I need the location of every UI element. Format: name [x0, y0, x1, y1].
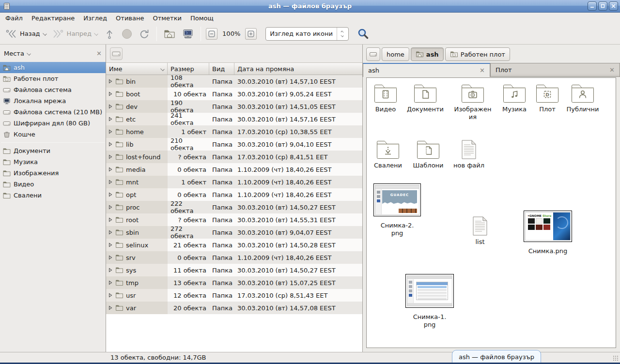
path-button-ash[interactable]: ash: [411, 47, 444, 61]
table-row-opt[interactable]: opt 0 обекта Папка 1.10.2009 (чт) 18,40,…: [106, 188, 362, 201]
sidebar-item-videos[interactable]: Видео: [0, 179, 106, 190]
table-row-lost+found[interactable]: lost+found ? обекта Папка 17.03.2010 (ср…: [106, 151, 362, 163]
zoom-in-button[interactable]: [245, 28, 257, 40]
tab-close-icon[interactable]: ✕: [480, 67, 485, 74]
sidebar-item-music[interactable]: Музика: [0, 156, 106, 167]
path-button-root[interactable]: [366, 47, 380, 61]
sidebar-item-documents[interactable]: Документи: [0, 145, 106, 156]
close-button[interactable]: [609, 1, 618, 11]
expander-icon[interactable]: [108, 180, 113, 184]
icon-item-new-file[interactable]: нов файл: [450, 140, 488, 169]
expander-icon[interactable]: [108, 129, 113, 134]
sidebar-item-filesystem-210[interactable]: Файлова система (210 MB): [0, 106, 106, 118]
resize-grip[interactable]: [613, 355, 619, 361]
expander-icon[interactable]: [108, 167, 113, 172]
table-row-bin[interactable]: bin 108 обекта Папка 30.03.2010 (вт) 14,…: [106, 75, 362, 88]
sidebar-item-desktop[interactable]: Работен плот: [0, 73, 106, 84]
title-bar[interactable]: ash — файлов браузър: [0, 0, 620, 13]
table-row-lib[interactable]: lib 210 обекта Папка 30.03.2010 (вт) 9,0…: [106, 138, 362, 151]
menu-go[interactable]: Отиване: [111, 14, 148, 23]
reload-button[interactable]: [136, 26, 153, 42]
expander-icon[interactable]: [108, 79, 113, 84]
computer-button[interactable]: [179, 26, 197, 42]
table-row-sbin[interactable]: sbin 272 обекта Папка 30.03.2010 (вт) 9,…: [106, 226, 362, 239]
up-button[interactable]: [101, 26, 118, 42]
expander-icon[interactable]: [108, 230, 113, 235]
expander-icon[interactable]: [108, 255, 113, 260]
root-location-button[interactable]: [110, 47, 123, 60]
expander-icon[interactable]: [108, 192, 113, 197]
zoom-out-button[interactable]: [206, 28, 217, 40]
menu-file[interactable]: Файл: [1, 14, 27, 23]
tab-plot[interactable]: Плот ✕: [490, 63, 620, 76]
sidebar-item-downloads[interactable]: Свалени: [0, 190, 106, 201]
table-row-tmp[interactable]: tmp 13 обекта Папка 30.03.2010 (вт) 15,0…: [106, 276, 362, 289]
expander-icon[interactable]: [108, 280, 113, 285]
table-row-srv[interactable]: srv 0 обекта Папка 1.10.2009 (чт) 18,40,…: [106, 251, 362, 264]
expander-icon[interactable]: [108, 91, 113, 96]
expander-icon[interactable]: [108, 142, 113, 147]
sidebar-item-trash[interactable]: Кошче: [0, 129, 106, 140]
sidebar-item-encrypted-80[interactable]: Шифриран дял (80 GB): [0, 118, 106, 129]
menu-edit[interactable]: Редактиране: [27, 14, 79, 23]
column-header-size[interactable]: Размер: [168, 63, 209, 75]
table-row-proc[interactable]: proc 222 обекта Папка 30.03.2010 (вт) 14…: [106, 201, 362, 213]
tab-close-icon[interactable]: ✕: [609, 66, 615, 74]
icon-view[interactable]: Видео Документи Изображен ия Музика Плот…: [366, 77, 616, 348]
table-row-mnt[interactable]: mnt 1 обект Папка 1.10.2009 (чт) 18,40,2…: [106, 176, 362, 188]
path-button-desktop[interactable]: Работен плот: [445, 47, 510, 61]
sidebar-item-pictures[interactable]: Изображения: [0, 167, 106, 179]
expander-icon[interactable]: [108, 268, 113, 273]
expander-icon[interactable]: [108, 117, 113, 121]
table-row-var[interactable]: var 20 обекта Папка 30.03.2010 (вт) 14,5…: [106, 302, 362, 314]
column-header-type[interactable]: Вид: [209, 63, 234, 75]
icon-item-snimka-2[interactable]: GUADEC Снимка-2. png: [372, 183, 422, 237]
table-row-sys[interactable]: sys 11 обекта Папка 30.03.2010 (вт) 14,5…: [106, 264, 362, 276]
menu-help[interactable]: Помощ: [186, 14, 218, 23]
expander-icon[interactable]: [108, 243, 113, 247]
table-row-home[interactable]: home 1 обект Папка 17.03.2010 (ср) 10,38…: [106, 125, 362, 138]
table-row-root[interactable]: root ? обекта Папка 30.03.2010 (вт) 14,5…: [106, 213, 362, 226]
expander-icon[interactable]: [108, 205, 113, 210]
icon-item-pictures[interactable]: Изображен ия: [450, 84, 496, 121]
back-dropdown-icon[interactable]: [43, 31, 47, 36]
column-header-name[interactable]: Име: [106, 63, 168, 75]
icon-item-templates[interactable]: Шаблони: [405, 140, 451, 169]
maximize-button[interactable]: [598, 1, 607, 11]
minimize-button[interactable]: [588, 1, 597, 11]
view-mode-select[interactable]: Изглед като икони: [265, 27, 349, 41]
icon-item-list[interactable]: list: [461, 216, 499, 246]
menu-view[interactable]: Изглед: [79, 14, 111, 23]
table-row-media[interactable]: media 0 обекта Папка 1.10.2009 (чт) 18,4…: [106, 163, 362, 176]
table-row-boot[interactable]: boot 10 обекта Папка 30.03.2010 (вт) 9,0…: [106, 88, 362, 100]
sidebar-item-filesystem[interactable]: Файлова система: [0, 84, 106, 95]
menu-bookmarks[interactable]: Отметки: [148, 14, 186, 23]
places-header-chevron-icon[interactable]: [27, 51, 31, 56]
sidebar-item-network[interactable]: Локална мрежа: [0, 95, 106, 106]
icon-item-snimka-1[interactable]: Снимка-1. png: [404, 274, 455, 328]
search-button[interactable]: [355, 26, 372, 42]
expander-icon[interactable]: [108, 305, 113, 310]
sidebar-close-icon[interactable]: ✕: [96, 50, 102, 57]
places-header-select[interactable]: Места: [4, 50, 24, 57]
icon-item-snimka[interactable]: •GNOME Store Снимка.png: [522, 211, 574, 255]
icon-item-documents[interactable]: Документи: [402, 84, 449, 113]
stop-button[interactable]: [119, 26, 135, 42]
table-row-etc[interactable]: etc 241 обекта Папка 30.03.2010 (вт) 14,…: [106, 113, 362, 125]
table-row-dev[interactable]: dev 190 обекта Папка 30.03.2010 (вт) 14,…: [106, 100, 362, 113]
icon-item-public[interactable]: Публични: [559, 84, 606, 113]
tab-ash[interactable]: ash ✕: [363, 63, 490, 77]
home-button[interactable]: [161, 26, 178, 42]
forward-button[interactable]: Напред: [50, 26, 100, 42]
back-button[interactable]: Назад: [3, 26, 49, 42]
path-button-home[interactable]: home: [382, 47, 409, 61]
expander-icon[interactable]: [108, 154, 113, 159]
sidebar-item-home[interactable]: ash: [0, 62, 106, 73]
expander-icon[interactable]: [108, 293, 113, 298]
expander-icon[interactable]: [108, 217, 113, 222]
taskbar-window-button[interactable]: ash — файлов браузър: [452, 350, 541, 363]
forward-dropdown-icon[interactable]: [94, 31, 98, 36]
table-row-selinux[interactable]: selinux 21 обекта Папка 30.03.2010 (вт) …: [106, 239, 362, 251]
table-row-usr[interactable]: usr 12 обекта Папка 17.03.2010 (ср) 8,51…: [106, 289, 362, 302]
column-header-date[interactable]: Дата на промяна: [234, 63, 362, 75]
